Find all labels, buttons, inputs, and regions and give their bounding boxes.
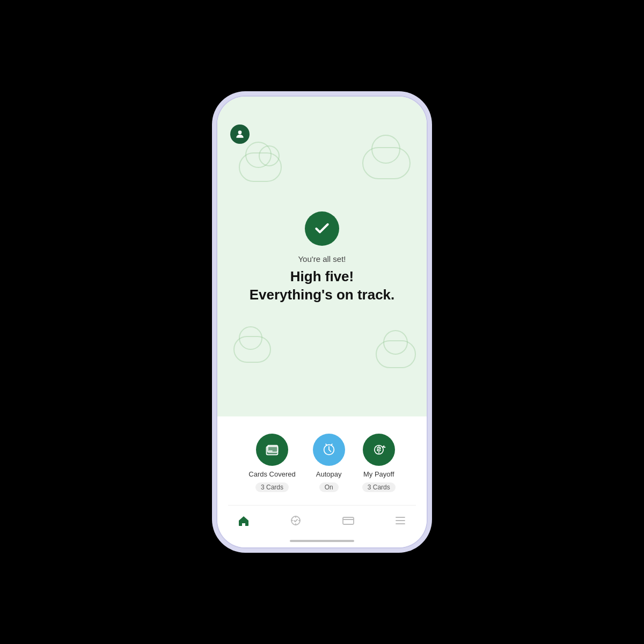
hero-title: High five! Everything's on track.: [250, 268, 395, 304]
home-icon: [237, 514, 250, 530]
card-nav-icon: [342, 514, 355, 530]
cloud-decoration-4: [376, 340, 416, 368]
status-bar: [217, 97, 427, 120]
autopay-label: Autopay: [316, 470, 342, 478]
cards-covered-icon: [256, 434, 288, 466]
hero-subtitle: You're all set!: [298, 254, 346, 264]
cloud-decoration-1: [239, 152, 282, 182]
autopay-icon: [313, 434, 345, 466]
profile-icon-area[interactable]: [230, 125, 250, 144]
autopay-badge: On: [319, 482, 339, 492]
bottom-navigation: [217, 506, 427, 537]
nav-card[interactable]: [333, 512, 363, 532]
menu-icon: [394, 514, 407, 530]
action-my-payoff[interactable]: My Payoff 3 Cards: [362, 434, 396, 492]
my-payoff-icon: [363, 434, 395, 466]
phone-frame: You're all set! High five! Everything's …: [217, 97, 427, 547]
cloud-decoration-2: [362, 147, 411, 179]
action-cards-covered[interactable]: Cards Covered 3 Cards: [248, 434, 295, 492]
cloud-decoration-3: [233, 336, 271, 363]
nav-home[interactable]: [229, 512, 259, 532]
svg-point-0: [238, 130, 242, 134]
nav-menu[interactable]: [385, 512, 415, 532]
my-payoff-badge: 3 Cards: [362, 482, 396, 492]
nav-money[interactable]: [281, 512, 311, 532]
profile-icon[interactable]: [230, 125, 250, 144]
action-autopay[interactable]: Autopay On: [313, 434, 345, 492]
home-bar: [290, 540, 354, 542]
cards-covered-label: Cards Covered: [248, 470, 295, 478]
cards-covered-badge: 3 Cards: [255, 482, 289, 492]
main-content-area: You're all set! High five! Everything's …: [217, 120, 427, 416]
my-payoff-label: My Payoff: [363, 470, 394, 478]
home-indicator: [217, 537, 427, 547]
bottom-card: Cards Covered 3 Cards Autopay On: [217, 416, 427, 506]
success-checkmark: [305, 211, 339, 246]
money-icon: [289, 514, 302, 530]
quick-actions-row: Cards Covered 3 Cards Autopay On: [228, 434, 416, 492]
svg-rect-6: [343, 517, 354, 524]
